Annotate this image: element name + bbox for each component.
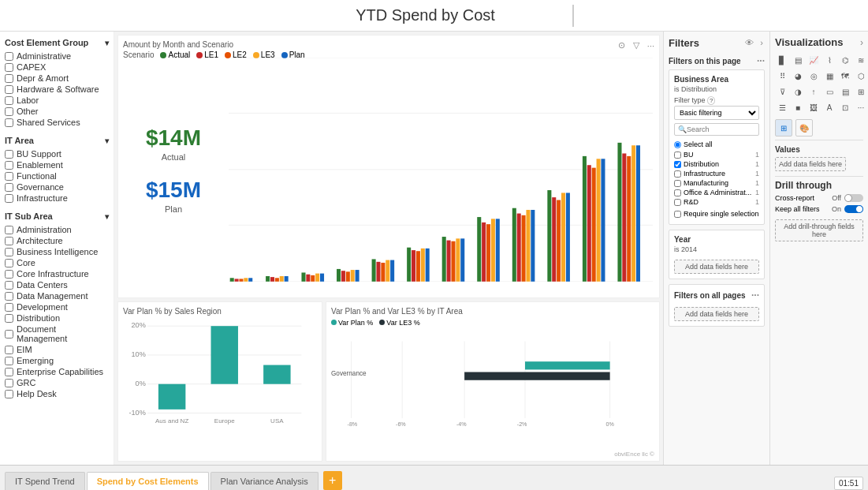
filter-icon[interactable]: ▽ xyxy=(631,39,641,52)
viz-map-icon[interactable]: 🗺 xyxy=(838,69,852,83)
viz-funnel-icon[interactable]: ⊽ xyxy=(775,84,789,99)
viz-treemap-icon[interactable]: ▦ xyxy=(822,69,836,83)
filter-checkbox[interactable] xyxy=(5,237,13,245)
viz-values-section: Values Add data fields here xyxy=(775,145,863,171)
svg-rect-58 xyxy=(597,159,601,282)
cost-element-chevron-icon[interactable]: ▾ xyxy=(105,39,109,47)
filter-checkbox[interactable] xyxy=(5,226,13,234)
filter-checkbox[interactable] xyxy=(5,346,13,354)
filter-checkbox[interactable] xyxy=(5,314,13,323)
viz-table-icon[interactable]: ▤ xyxy=(838,84,852,99)
viz-bar-chart-icon[interactable]: ▊ xyxy=(775,53,789,67)
svg-text:-2%: -2% xyxy=(517,421,527,428)
filter-checkbox[interactable] xyxy=(5,357,13,365)
filter-panel-eye-icon[interactable]: 👁 xyxy=(743,36,755,49)
add-tab-button[interactable]: + xyxy=(323,471,342,490)
viz-scatter-icon[interactable]: ⠿ xyxy=(775,69,789,83)
viz-textbox-icon[interactable]: A xyxy=(822,100,836,114)
keep-all-filters-toggle[interactable]: On xyxy=(832,205,863,213)
add-data-fields-button[interactable]: Add data fields here xyxy=(775,157,846,171)
viz-slicer-icon[interactable]: ☰ xyxy=(775,100,789,114)
filter-panel-arrow-icon[interactable]: › xyxy=(758,36,765,49)
ba-option-checkbox[interactable] xyxy=(674,161,681,168)
ba-option-checkbox[interactable] xyxy=(674,151,681,159)
viz-button-icon[interactable]: ⊡ xyxy=(838,100,852,114)
svg-rect-28 xyxy=(386,260,389,282)
ba-option-checkbox[interactable] xyxy=(674,170,681,178)
tab-item[interactable]: Spend by Cost Elements xyxy=(87,472,209,490)
svg-rect-42 xyxy=(486,224,490,282)
viz-pie-icon[interactable]: ◕ xyxy=(791,69,805,83)
filter-checkbox[interactable] xyxy=(5,303,13,312)
filter-checkbox[interactable] xyxy=(5,118,13,127)
chart-top-toolbar: ⊙ ▽ ··· xyxy=(617,39,656,52)
chart-top-label: Amount by Month and Scenario xyxy=(123,40,654,49)
viz-image-icon[interactable]: 🖼 xyxy=(807,100,821,114)
it-sub-area-chevron-icon[interactable]: ▾ xyxy=(105,212,109,221)
viz-shape-icon[interactable]: ■ xyxy=(791,100,805,114)
tab-item[interactable]: IT Spend Trend xyxy=(5,472,85,490)
viz-more-icon[interactable]: ··· xyxy=(854,100,868,114)
viz-filled-map-icon[interactable]: ⬡ xyxy=(854,69,868,83)
filter-checkbox[interactable] xyxy=(5,74,13,83)
svg-rect-40 xyxy=(477,217,481,282)
all-pages-add-data-button[interactable]: Add data fields here xyxy=(674,307,759,321)
filters-on-all-dots[interactable]: ··· xyxy=(751,290,759,301)
filter-checkbox[interactable] xyxy=(5,63,13,72)
filter-checkbox[interactable] xyxy=(5,85,13,94)
viz-fields-icon[interactable]: ⊞ xyxy=(775,119,792,137)
filter-checkbox[interactable] xyxy=(5,292,13,301)
filter-checkbox[interactable] xyxy=(5,379,13,387)
filter-type-select[interactable]: Basic filtering xyxy=(674,106,759,120)
svg-rect-43 xyxy=(491,219,495,281)
filter-checkbox[interactable] xyxy=(5,259,13,267)
viz-format-icon[interactable]: 🎨 xyxy=(795,119,813,137)
filter-checkbox[interactable] xyxy=(5,330,13,339)
focus-icon[interactable]: ⊙ xyxy=(617,39,627,52)
bottom-tabs: IT Spend TrendSpend by Cost ElementsPlan… xyxy=(0,465,868,490)
filter-checkbox[interactable] xyxy=(5,368,13,376)
viz-kpi-icon[interactable]: ↑ xyxy=(807,84,821,99)
viz-matrix-icon[interactable]: ⊞ xyxy=(854,84,868,99)
filters-on-page-dots[interactable]: ··· xyxy=(757,55,765,66)
filter-checkbox[interactable] xyxy=(5,270,13,279)
ba-option-checkbox[interactable] xyxy=(674,189,681,196)
svg-rect-57 xyxy=(592,168,596,282)
viz-donut-icon[interactable]: ◎ xyxy=(807,69,821,83)
filter-checkbox[interactable] xyxy=(5,390,13,398)
filters-on-page-label: Filters on this page xyxy=(669,57,741,65)
filter-checkbox[interactable] xyxy=(5,281,13,290)
bar-chart-container: $20M$15M$10M$5M$0M xyxy=(229,58,653,282)
viz-combo-chart-icon[interactable]: ⌬ xyxy=(838,53,852,67)
viz-line-chart-icon[interactable]: 📈 xyxy=(807,53,821,67)
year-add-data-button[interactable]: Add data fields here xyxy=(674,260,759,274)
viz-gauge-icon[interactable]: ◑ xyxy=(791,84,805,99)
filter-checkbox[interactable] xyxy=(5,172,13,181)
filter-checkbox[interactable] xyxy=(5,161,13,170)
filter-option-item: Infrastructure1 xyxy=(674,169,759,178)
filter-checkbox[interactable] xyxy=(5,52,13,61)
filter-checkbox[interactable] xyxy=(5,96,13,105)
drill-through-add-fields-button[interactable]: Add drill-through fields here xyxy=(775,219,863,241)
filter-checkbox[interactable] xyxy=(5,150,13,159)
it-area-chevron-icon[interactable]: ▾ xyxy=(105,137,109,145)
viz-ribbon-chart-icon[interactable]: ≋ xyxy=(854,53,868,67)
filter-checkbox[interactable] xyxy=(5,183,13,192)
filter-search-input[interactable] xyxy=(687,125,755,133)
viz-stacked-bar-icon[interactable]: ▤ xyxy=(791,53,805,67)
select-all-radio[interactable] xyxy=(674,141,681,148)
cross-report-toggle[interactable]: Off xyxy=(832,194,863,202)
viz-area-chart-icon[interactable]: ⌇ xyxy=(822,53,836,67)
list-item: Infrastructure xyxy=(5,193,109,204)
ba-option-checkbox[interactable] xyxy=(674,180,681,187)
filter-checkbox[interactable] xyxy=(5,248,13,256)
var-plan-it-area-chart: Var Plan % and Var LE3 % by IT Area Var … xyxy=(326,301,660,462)
filter-checkbox[interactable] xyxy=(5,194,13,203)
more-icon[interactable]: ··· xyxy=(646,39,656,52)
require-single-checkbox[interactable] xyxy=(674,211,681,218)
tab-item[interactable]: Plan Variance Analysis xyxy=(210,472,319,490)
ba-option-checkbox[interactable] xyxy=(674,199,681,206)
viz-card-icon[interactable]: ▭ xyxy=(822,84,836,99)
viz-panel-close-icon[interactable]: › xyxy=(860,37,863,48)
filter-checkbox[interactable] xyxy=(5,107,13,116)
